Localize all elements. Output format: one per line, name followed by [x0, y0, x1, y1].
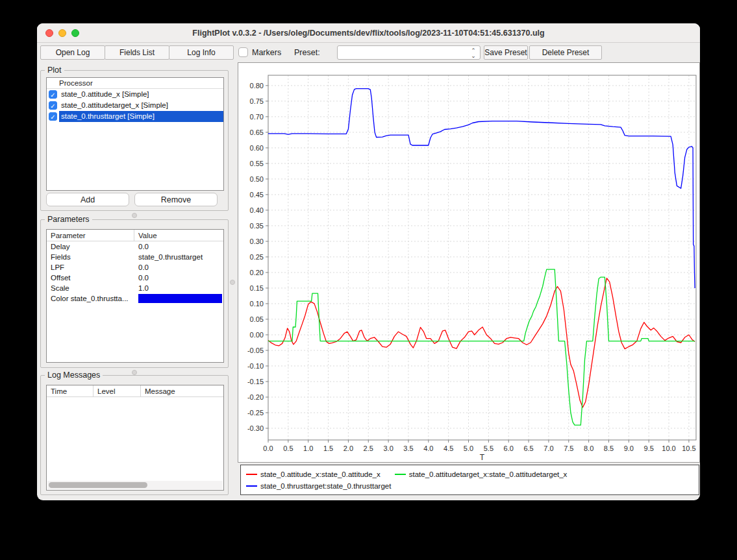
- parameter-name: Delay: [47, 241, 134, 252]
- parameters-table[interactable]: Parameter Value Delay0.0Fieldsstate_0.th…: [46, 229, 224, 363]
- chart-legend: state_0.attitude_x:state_0.attitude_xsta…: [240, 465, 699, 495]
- svg-text:8.0: 8.0: [584, 444, 593, 452]
- preset-label: Preset:: [294, 45, 320, 60]
- svg-text:0.00: 0.00: [250, 331, 264, 339]
- toolbar: Open Log Fields List Log Info Markers Pr…: [37, 44, 700, 62]
- svg-text:0.15: 0.15: [250, 284, 264, 292]
- legend-label: state_0.attitude_x:state_0.attitude_x: [260, 470, 381, 478]
- svg-text:0.60: 0.60: [250, 144, 264, 152]
- delete-preset-button[interactable]: Delete Preset: [529, 45, 602, 60]
- svg-text:-0.20: -0.20: [247, 393, 264, 401]
- log-info-button[interactable]: Log Info: [169, 45, 234, 60]
- processor-list-item[interactable]: ✓state_0.thrusttarget [Simple]: [47, 111, 223, 122]
- svg-text:0.10: 0.10: [250, 300, 264, 308]
- parameter-row[interactable]: Color state_0.thrustta...: [47, 293, 223, 304]
- legend-entry: state_0.attitude_x:state_0.attitude_x: [246, 470, 381, 478]
- svg-text:0.40: 0.40: [250, 206, 264, 214]
- parameters-panel: Parameters Parameter Value Delay0.0Field…: [40, 219, 229, 368]
- flightplot-window: FlightPlot v.0.3.2 - /Users/oleg/Documen…: [37, 23, 700, 500]
- parameter-row[interactable]: LPF0.0: [47, 262, 223, 273]
- add-button[interactable]: Add: [46, 193, 129, 206]
- svg-text:T: T: [480, 453, 485, 462]
- legend-line-swatch: [246, 485, 257, 487]
- processor-list-item[interactable]: ✓state_0.attitudetarget_x [Simple]: [47, 100, 223, 111]
- preset-combobox[interactable]: ⌃⌄: [337, 45, 481, 60]
- legend-label: state_0.thrusttarget:state_0.thrusttarge…: [260, 482, 391, 490]
- svg-text:10.5: 10.5: [682, 444, 695, 452]
- svg-text:0.05: 0.05: [250, 315, 264, 323]
- parameter-value[interactable]: 0.0: [134, 241, 223, 252]
- parameter-name: Offset: [47, 273, 134, 283]
- svg-text:1.5: 1.5: [323, 444, 333, 452]
- svg-text:0.45: 0.45: [250, 191, 264, 199]
- svg-text:0.25: 0.25: [250, 253, 264, 261]
- svg-text:6.0: 6.0: [504, 444, 514, 452]
- parameter-row[interactable]: Delay0.0: [47, 241, 223, 252]
- processor-checkbox[interactable]: ✓: [49, 112, 57, 121]
- parameter-row[interactable]: Fieldsstate_0.thrusttarget: [47, 252, 223, 262]
- plot-panel: Plot Processor ✓state_0.attitude_x [Simp…: [40, 70, 229, 211]
- fields-list-button[interactable]: Fields List: [105, 45, 169, 60]
- parameter-name: Scale: [47, 283, 134, 293]
- parameters-table-body: Delay0.0Fieldsstate_0.thrusttargetLPF0.0…: [47, 241, 223, 304]
- svg-text:0.80: 0.80: [250, 82, 264, 90]
- message-column-header: Message: [141, 385, 223, 396]
- legend-entry: state_0.attitudetarget_x:state_0.attitud…: [395, 470, 568, 478]
- svg-text:-0.25: -0.25: [247, 409, 264, 417]
- markers-label: Markers: [252, 45, 281, 60]
- legend-row: state_0.thrusttarget:state_0.thrusttarge…: [246, 480, 693, 492]
- svg-text:6.5: 6.5: [523, 444, 533, 452]
- processor-list[interactable]: Processor ✓state_0.attitude_x [Simple]✓s…: [46, 77, 224, 191]
- svg-text:4.0: 4.0: [423, 444, 433, 452]
- chart-canvas[interactable]: 0.800.750.700.650.600.550.500.450.400.35…: [238, 63, 699, 462]
- open-log-button[interactable]: Open Log: [40, 45, 105, 60]
- chart-panel[interactable]: 0.800.750.700.650.600.550.500.450.400.35…: [238, 62, 700, 463]
- svg-text:5.5: 5.5: [484, 444, 493, 452]
- svg-text:-0.10: -0.10: [247, 362, 264, 370]
- svg-text:7.0: 7.0: [543, 444, 553, 452]
- horizontal-splitter-handle[interactable]: [132, 370, 137, 375]
- processor-column-header: Processor: [47, 78, 223, 89]
- parameter-row[interactable]: Scale1.0: [47, 283, 223, 293]
- processor-checkbox[interactable]: ✓: [49, 101, 57, 110]
- parameter-value[interactable]: 1.0: [134, 283, 223, 293]
- combobox-stepper-icon[interactable]: ⌃⌄: [469, 47, 478, 58]
- svg-text:0.75: 0.75: [250, 97, 264, 105]
- parameter-column-header: Parameter: [47, 230, 134, 241]
- parameter-row[interactable]: Offset0.0: [47, 273, 223, 283]
- svg-text:9.0: 9.0: [624, 444, 634, 452]
- color-swatch[interactable]: [138, 294, 222, 303]
- log-messages-table[interactable]: Time Level Message: [46, 385, 224, 491]
- processor-list-body: ✓state_0.attitude_x [Simple]✓state_0.att…: [47, 89, 223, 122]
- processor-label: state_0.attitudetarget_x [Simple]: [59, 100, 223, 111]
- processor-label: state_0.attitude_x [Simple]: [59, 89, 223, 100]
- log-messages-table-header: Time Level Message: [47, 385, 223, 397]
- svg-text:-0.30: -0.30: [247, 424, 264, 432]
- parameter-value[interactable]: 0.0: [134, 262, 223, 273]
- svg-text:3.0: 3.0: [383, 444, 393, 452]
- save-preset-button[interactable]: Save Preset: [484, 45, 528, 60]
- scrollbar-thumb[interactable]: [49, 482, 147, 488]
- svg-text:3.5: 3.5: [403, 444, 413, 452]
- titlebar[interactable]: FlightPlot v.0.3.2 - /Users/oleg/Documen…: [37, 23, 700, 43]
- horizontal-splitter-handle[interactable]: [132, 213, 137, 218]
- svg-text:10.0: 10.0: [662, 444, 675, 452]
- svg-text:5.0: 5.0: [464, 444, 473, 452]
- svg-text:0.5: 0.5: [283, 444, 293, 452]
- parameter-value[interactable]: state_0.thrusttarget: [134, 252, 223, 262]
- parameter-value[interactable]: 0.0: [134, 273, 223, 283]
- processor-checkbox[interactable]: ✓: [49, 90, 57, 99]
- markers-checkbox[interactable]: [238, 47, 248, 57]
- legend-line-swatch: [246, 474, 257, 475]
- parameter-name: Fields: [47, 252, 134, 262]
- parameters-table-header: Parameter Value: [47, 230, 223, 241]
- legend-label: state_0.attitudetarget_x:state_0.attitud…: [409, 470, 568, 478]
- horizontal-scrollbar[interactable]: [47, 481, 223, 489]
- processor-list-item[interactable]: ✓state_0.attitude_x [Simple]: [47, 89, 223, 100]
- svg-text:0.30: 0.30: [250, 237, 264, 245]
- legend-line-swatch: [395, 474, 406, 475]
- svg-text:0.35: 0.35: [250, 222, 264, 230]
- level-column-header: Level: [94, 385, 141, 396]
- remove-button[interactable]: Remove: [134, 193, 218, 206]
- vertical-splitter-handle[interactable]: [230, 280, 235, 285]
